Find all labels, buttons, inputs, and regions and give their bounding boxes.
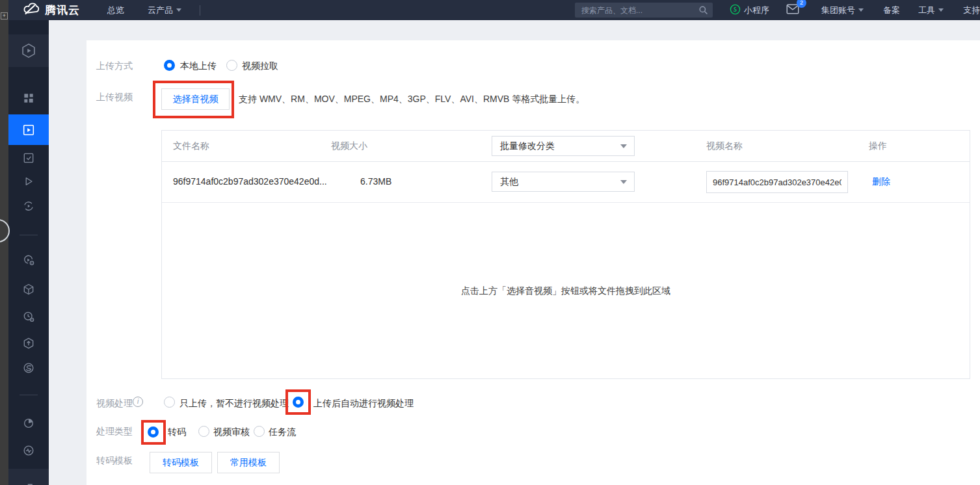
transcode-cycle-icon <box>22 200 35 213</box>
upload-video-label: 上传视频 <box>96 92 133 103</box>
sidebar-collapse-button[interactable] <box>8 469 49 485</box>
radio-transcode-label[interactable]: 转码 <box>168 426 186 438</box>
search-icon[interactable] <box>698 5 708 17</box>
sidebar-item-stream[interactable] <box>8 355 49 381</box>
support-menu[interactable]: 支持 <box>963 5 980 16</box>
radio-local-upload[interactable] <box>164 60 175 71</box>
sidebar-item-distribute[interactable] <box>8 330 49 356</box>
nav-overview[interactable]: 总览 <box>107 5 124 16</box>
radio-task-flow-label[interactable]: 任务流 <box>269 426 296 438</box>
capture-handle-icon[interactable] <box>0 219 10 242</box>
group-account-menu[interactable]: 集团账号 <box>821 5 864 16</box>
chevron-down-icon <box>620 144 627 148</box>
icp-filing-link[interactable]: 备案 <box>883 5 900 16</box>
top-navigation-bar: 腾讯云 总览 云产品 小程序 <box>8 0 980 20</box>
plus-icon[interactable]: + <box>1 12 8 20</box>
sidebar-item-vod-product[interactable] <box>8 34 49 67</box>
radio-video-pull-label[interactable]: 视频拉取 <box>242 60 278 72</box>
upload-method-label: 上传方式 <box>96 60 133 72</box>
chevron-down-icon <box>620 180 627 184</box>
sidebar-divider <box>20 235 38 235</box>
capture-side-strip: + <box>0 0 8 485</box>
dashboard-grid-icon <box>22 92 35 105</box>
radio-local-upload-label[interactable]: 本地上传 <box>180 60 217 72</box>
radio-video-review[interactable] <box>198 426 209 437</box>
table-header-row: 文件名称 视频大小 批量修改分类 视频名称 操作 <box>162 131 970 162</box>
schedule-gear-icon <box>22 310 35 323</box>
radio-video-review-label[interactable]: 视频审核 <box>213 426 250 438</box>
col-size: 视频大小 <box>331 140 367 152</box>
sidebar-item-transcode[interactable] <box>8 193 49 219</box>
play-outline-icon <box>22 175 35 188</box>
chevron-down-icon <box>938 8 944 12</box>
left-sidebar <box>8 20 49 485</box>
radio-upload-only[interactable] <box>164 397 175 408</box>
dropzone-hint-text: 点击上方「选择音视频」按钮或将文件拖拽到此区域 <box>162 285 970 297</box>
annotation-box-auto-process <box>285 389 311 415</box>
collapse-menu-icon <box>22 480 35 485</box>
info-icon[interactable]: i <box>133 397 143 407</box>
publish-hexagon-icon <box>22 337 35 350</box>
chevron-down-icon <box>176 8 181 12</box>
radio-task-flow[interactable] <box>254 426 265 437</box>
sidebar-item-statistics[interactable] <box>8 410 49 436</box>
delete-row-link[interactable]: 删除 <box>872 176 890 188</box>
row-category-select[interactable]: 其他 <box>492 172 635 192</box>
sidebar-item-play[interactable] <box>8 168 49 194</box>
sidebar-divider <box>20 395 38 395</box>
vod-product-icon <box>20 42 37 59</box>
col-video-name: 视频名称 <box>706 140 743 152</box>
message-count-badge: 2 <box>797 0 806 8</box>
sidebar-item-schedule[interactable] <box>8 304 49 330</box>
tools-menu[interactable]: 工具 <box>918 5 944 16</box>
monitor-pulse-icon <box>22 444 35 457</box>
search-input[interactable] <box>575 6 713 15</box>
annotation-box-transcode <box>141 420 166 445</box>
process-type-label: 处理类型 <box>96 426 133 438</box>
chevron-down-icon <box>858 8 864 12</box>
topbar-divider <box>200 5 200 16</box>
cell-filename: 96f9714af0c2b97ad302e370e42e0d... <box>173 176 327 187</box>
task-play-gear-icon <box>22 254 35 267</box>
miniprogram-link[interactable]: 小程序 <box>730 4 769 17</box>
col-filename: 文件名称 <box>173 140 209 152</box>
sidebar-item-package[interactable] <box>8 276 49 302</box>
common-template-button[interactable]: 常用模板 <box>217 452 280 473</box>
cloud-logo-icon <box>23 2 40 18</box>
upload-file-table: 文件名称 视频大小 批量修改分类 视频名称 操作 96f9714af0c2b97… <box>161 130 970 379</box>
review-check-icon <box>22 151 35 164</box>
brand-text: 腾讯云 <box>45 3 80 18</box>
sidebar-item-overview[interactable] <box>8 85 49 111</box>
annotation-box-select-video <box>153 81 234 118</box>
media-upload-icon <box>21 123 36 137</box>
batch-category-select[interactable]: 批量修改分类 <box>492 136 635 156</box>
transcode-template-label: 转码模板 <box>96 455 133 467</box>
statistics-pie-icon <box>22 417 35 430</box>
table-row: 96f9714af0c2b97ad302e370e42e0d... 6.73MB… <box>162 162 970 203</box>
sidebar-item-review[interactable] <box>8 145 49 171</box>
messages-button[interactable]: 2 <box>786 4 799 16</box>
tencent-cloud-logo[interactable]: 腾讯云 <box>23 2 80 18</box>
radio-auto-process-label[interactable]: 上传后自动进行视频处理 <box>313 398 414 410</box>
cell-size: 6.73MB <box>360 176 391 187</box>
envelope-icon <box>786 7 799 16</box>
sidebar-item-monitor[interactable] <box>8 438 49 464</box>
radio-video-pull[interactable] <box>226 60 237 71</box>
cube-icon <box>22 283 35 296</box>
stream-icon <box>22 361 35 374</box>
col-action: 操作 <box>869 140 887 152</box>
sidebar-item-task-config[interactable] <box>8 247 49 273</box>
page: + 腾讯云 总览 云产品 <box>0 0 980 485</box>
radio-upload-only-label[interactable]: 只上传，暂不进行视频处理 <box>179 398 289 410</box>
format-hint-text: 支持 WMV、RM、MOV、MPEG、MP4、3GP、FLV、AVI、RMVB … <box>239 94 585 105</box>
nav-cloud-products[interactable]: 云产品 <box>148 5 181 16</box>
miniprogram-icon <box>730 4 741 17</box>
search-box[interactable] <box>575 3 713 18</box>
transcode-template-button[interactable]: 转码模板 <box>150 452 212 473</box>
video-processing-label: 视频处理 <box>96 398 133 410</box>
video-name-input[interactable] <box>706 171 848 193</box>
sidebar-item-media-upload[interactable] <box>8 114 49 145</box>
